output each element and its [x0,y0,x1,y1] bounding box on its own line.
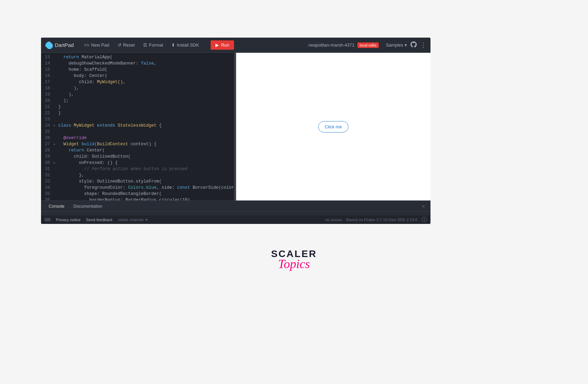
logo-area: DartPad [45,41,74,49]
table-row: 21 } [41,104,234,110]
status-right: no issues Based on Flutter 3.7.10 Dart S… [325,216,427,224]
send-feedback-link[interactable]: Send feedback [86,218,113,222]
dart-logo-icon [45,41,53,49]
format-icon: ☰ [143,42,147,48]
header-right: Samples ▾ ⋮ [386,41,426,49]
samples-button[interactable]: Samples ▾ [386,42,407,48]
main-content: 13 return MaterialApp( 14 debugShowCheck… [41,53,430,200]
tab-console[interactable]: Console [44,203,69,210]
reset-icon: ↺ [118,42,121,48]
topics-word: Topics [278,257,310,271]
keyboard-icon: ⌨ [44,217,50,222]
scaler-logo-text: SCALER Topics [271,248,317,271]
table-row: 30 ▸ onPressed: () { [41,160,234,166]
chevron-down-icon: ▾ [405,42,407,48]
code-icon: <> [84,42,89,48]
status-bar: ⌨ Privacy notice Send feedback stable ch… [41,216,430,224]
pad-id-area: neapolitan-marsh-4371 local edits [308,42,379,48]
table-row: 13 return MaterialApp( [41,54,234,60]
tab-documentation[interactable]: Documentation [69,203,107,210]
flutter-version-info: Based on Flutter 3.7.10 Dart SDK 2.19.6 [346,218,417,222]
channel-selector[interactable]: stable channel ▾ [118,217,147,222]
code-editor[interactable]: 13 return MaterialApp( 14 debugShowCheck… [41,53,234,200]
table-row: 16 body: Center( [41,73,234,79]
table-row: 25 [41,129,234,135]
table-row: 20 ); [41,98,234,104]
keyboard-shortcut-item[interactable]: ⌨ [44,217,50,222]
table-row: 29 child: OutlinedButton( [41,154,234,160]
table-row: 24 ▸ class MyWidget extends StatelessWid… [41,122,234,129]
table-row: 32 }, [41,172,234,178]
local-edits-badge: local edits [357,42,379,48]
table-row: 22 } [41,110,234,116]
download-icon: ⬇ [171,42,175,48]
header-actions: <> New Pad ↺ Reset ☰ Format ⬇ Install SD… [81,40,308,50]
bottom-panel: Console Documentation × [41,200,430,216]
table-row: 35 shape: RoundedRectangleBorder( [41,191,234,197]
info-icon[interactable]: ⓘ [422,216,427,224]
preview-click-me-button[interactable]: Click me [318,121,348,132]
table-row: 26 @override [41,135,234,141]
more-options-icon[interactable]: ⋮ [420,41,426,49]
table-row: 17 child: MyWidget(), [41,79,234,85]
pad-id: neapolitan-marsh-4371 [308,42,355,48]
table-row: 34 foregroundColor: Colors.blue, side: c… [41,185,234,191]
table-row: 18 ), [41,85,234,91]
table-row: 33 style: OutlinedButton.styleFrom( [41,178,234,185]
privacy-notice-link[interactable]: Privacy notice [56,218,81,222]
github-icon[interactable] [410,41,417,49]
table-row: 23 [41,116,234,122]
table-row: 36 borderRadius: BorderRadius.circular(1… [41,197,234,200]
format-button[interactable]: ☰ Format [140,41,166,49]
new-pad-button[interactable]: <> New Pad [81,41,113,49]
code-lines: 13 return MaterialApp( 14 debugShowCheck… [41,53,234,200]
bottom-tabs: Console Documentation × [41,201,430,212]
scaler-topics-logo: SCALER Topics [271,248,317,271]
table-row: 31 // Perform action when button is pres… [41,166,234,172]
table-row: 28 return Center( [41,147,234,154]
header: DartPad <> New Pad ↺ Reset ☰ Format ⬇ In… [41,38,430,53]
run-button[interactable]: ▶ Run [211,40,234,50]
play-icon: ▶ [215,42,219,48]
dartpad-app: DartPad <> New Pad ↺ Reset ☰ Format ⬇ In… [41,38,430,224]
no-issues-label: no issues [325,218,342,222]
close-panel-button[interactable]: × [420,203,427,210]
channel-chevron-icon: ▾ [145,217,148,222]
table-row: 19 ), [41,91,234,98]
app-title: DartPad [55,42,74,48]
table-row: 14 debugShowCheckedModeBanner: false, [41,60,234,67]
table-row: 27 ▸ Widget build(BuildContext context) … [41,141,234,147]
preview-panel: Click me [236,53,430,200]
table-row: 15 home: Scaffold( [41,67,234,73]
reset-button[interactable]: ↺ Reset [114,41,138,49]
install-sdk-button[interactable]: ⬇ Install SDK [168,41,202,49]
run-button-area: ▶ Run [211,40,234,50]
